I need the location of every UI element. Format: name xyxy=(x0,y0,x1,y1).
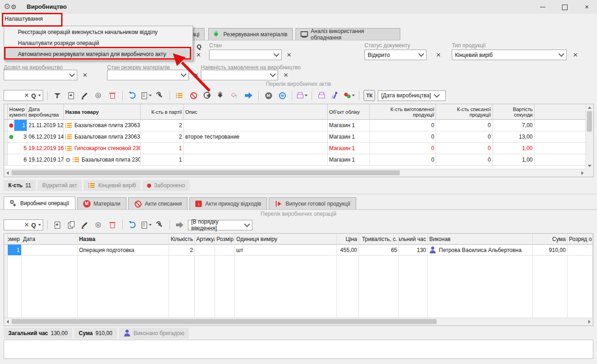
scroll-thumb[interactable] xyxy=(587,111,592,132)
column-header[interactable]: Загальний час xyxy=(399,234,427,245)
column-header[interactable]: Назва товару xyxy=(64,104,141,120)
acts-table-row-5[interactable]: 519.12.2019 16:07:16Гипсокартон стеновой… xyxy=(4,143,586,154)
ops-tab-4[interactable]: Випуски готової продукції xyxy=(269,197,356,210)
column-header[interactable]: Опис xyxy=(184,104,328,120)
cell[interactable] xyxy=(215,245,234,256)
report-button[interactable] xyxy=(141,219,152,230)
ops-tab-3[interactable]: Акти приходу відходів xyxy=(189,197,267,210)
ops-horizontal-scrollbar[interactable] xyxy=(4,318,593,325)
service-button[interactable] xyxy=(154,219,165,230)
cell[interactable] xyxy=(4,245,7,256)
column-header[interactable]: Номер xyxy=(8,234,21,245)
view-button[interactable] xyxy=(93,90,104,101)
column-header[interactable]: Дата виробництва xyxy=(27,104,64,120)
acts-search-input[interactable]: × Q xyxy=(4,90,43,101)
clear-order-icon[interactable]: × xyxy=(282,71,290,80)
cell[interactable]: 910,00 xyxy=(533,245,567,256)
copy-button[interactable] xyxy=(66,219,77,230)
column-header[interactable]: Розряд о xyxy=(568,234,592,245)
column-header[interactable]: Розмір xyxy=(215,234,234,245)
scroll-thumb[interactable] xyxy=(11,170,400,175)
column-header[interactable]: Сума xyxy=(533,234,567,245)
column-header[interactable] xyxy=(534,104,586,120)
column-header[interactable]: Одиниця виміру xyxy=(235,234,336,245)
status-colors-button[interactable] xyxy=(344,90,355,101)
clear-type-icon[interactable]: × xyxy=(571,50,580,60)
service-button[interactable] xyxy=(154,90,165,101)
clear-dozvil-icon[interactable]: × xyxy=(81,71,89,80)
column-header[interactable]: К-сть в партії xyxy=(141,104,184,120)
add-act-button[interactable] xyxy=(66,90,77,101)
layers-button[interactable] xyxy=(216,90,227,101)
column-header[interactable]: К-сть виготовленої продукції xyxy=(370,104,436,120)
acts-vertical-scrollbar[interactable] xyxy=(586,104,593,169)
dozvil-combobox[interactable] xyxy=(4,70,77,80)
print-button[interactable] xyxy=(296,90,307,101)
search-icon[interactable]: Q xyxy=(31,222,36,229)
column-header[interactable]: Дата xyxy=(22,234,77,245)
acts-table-row-1[interactable]: 121.11.2019 12:27:50Базальтовая плита 23… xyxy=(4,120,586,131)
scroll-left-icon[interactable] xyxy=(6,320,9,324)
scroll-left-icon[interactable] xyxy=(6,171,9,175)
report-button[interactable] xyxy=(141,90,152,101)
ops-tab-1[interactable]: Матеріали xyxy=(77,197,126,210)
type-combobox[interactable]: Кінцевий виріб xyxy=(452,50,567,60)
refresh-button[interactable] xyxy=(127,90,138,101)
column-header[interactable] xyxy=(4,234,7,245)
materials-refresh-button[interactable] xyxy=(277,90,288,101)
scroll-right-icon[interactable] xyxy=(588,320,591,324)
column-header[interactable]: Артикул xyxy=(195,234,215,245)
cell[interactable]: шт xyxy=(235,245,336,256)
cell[interactable]: 2 xyxy=(169,245,194,256)
cell[interactable] xyxy=(195,245,215,256)
stan-combobox[interactable] xyxy=(209,50,282,60)
materials-button[interactable] xyxy=(263,90,274,101)
edit-button[interactable] xyxy=(80,219,91,230)
status-combobox[interactable]: Відкрито xyxy=(364,50,426,60)
top-tab-1[interactable]: Резервування матеріалів xyxy=(208,28,293,40)
maximize-button[interactable] xyxy=(558,2,572,12)
tk-button[interactable]: ТК xyxy=(364,90,375,101)
clear-stan-icon[interactable]: × xyxy=(285,50,293,60)
search-icon[interactable]: Q xyxy=(197,43,201,50)
refresh-button[interactable] xyxy=(127,219,138,230)
ops-sort-combobox[interactable]: [В порядку введення] xyxy=(188,220,252,230)
column-header[interactable]: Об'єкт обліку xyxy=(328,104,370,120)
acts-horizontal-scrollbar[interactable] xyxy=(4,169,586,177)
top-tab-2[interactable]: Аналіз використання обладнання xyxy=(296,28,400,40)
cell[interactable] xyxy=(22,245,77,256)
move-button[interactable] xyxy=(174,219,185,230)
column-header[interactable]: Ціна xyxy=(337,234,358,245)
ops-search-input[interactable]: × Q xyxy=(4,219,43,230)
cell[interactable]: 130 xyxy=(399,245,427,256)
column-header[interactable]: Вартість секунди xyxy=(493,104,534,120)
column-header[interactable]: Назва xyxy=(78,234,169,245)
close-button[interactable]: × xyxy=(580,2,594,12)
column-header[interactable] xyxy=(4,104,8,120)
minimize-button[interactable] xyxy=(536,2,550,12)
menu-item-0[interactable]: Реєстрація операцій виконується начальни… xyxy=(4,27,193,38)
column-header[interactable]: Тривалість, с. xyxy=(359,234,398,245)
cell[interactable]: Петрова Василиса Альбертовна xyxy=(428,245,532,256)
clear-icon[interactable]: × xyxy=(23,91,30,100)
add-operation-button[interactable] xyxy=(52,219,63,230)
scroll-up-icon[interactable] xyxy=(588,106,591,109)
filter-button[interactable] xyxy=(52,90,63,101)
edit-button[interactable] xyxy=(80,90,91,101)
search-icon[interactable]: Q xyxy=(31,92,36,99)
cell[interactable] xyxy=(568,245,592,256)
column-header[interactable]: Номер кумента xyxy=(8,104,27,120)
clear-status-icon[interactable]: × xyxy=(434,50,443,60)
view-button[interactable] xyxy=(93,219,104,230)
reserve-material-button[interactable] xyxy=(229,90,240,101)
transfer-button[interactable] xyxy=(243,90,254,101)
runner-button[interactable] xyxy=(330,90,341,101)
scroll-right-icon[interactable] xyxy=(581,171,584,175)
acts-sort-combobox[interactable]: [Дата виробництва] xyxy=(378,90,446,101)
acts-table-row-6[interactable]: 619.12.2019 17:12:48⚙Базальтовая плита 2… xyxy=(4,154,586,166)
cell[interactable]: 1 xyxy=(8,245,21,256)
ops-tab-2[interactable]: Акти списання xyxy=(128,197,188,210)
cell[interactable]: Операция подготовка xyxy=(78,245,169,256)
clear-icon[interactable]: × xyxy=(23,220,30,230)
column-header[interactable]: Виконав xyxy=(428,234,532,245)
